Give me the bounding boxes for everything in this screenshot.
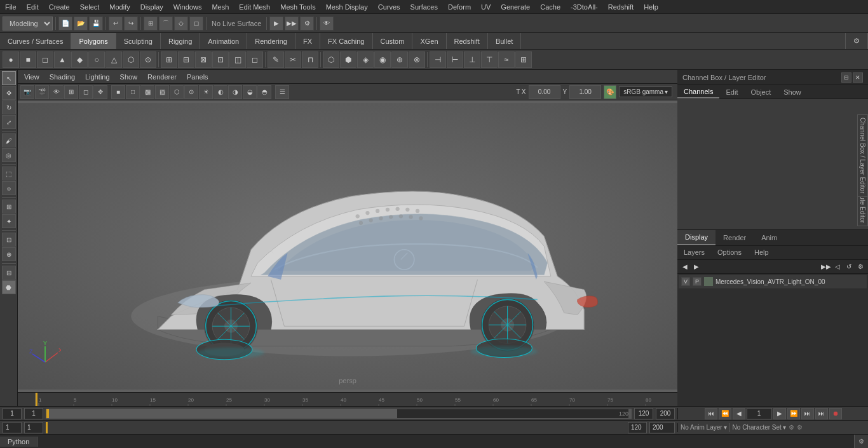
mesh3-icon-btn[interactable]: ⊡ — [212, 51, 229, 68]
snap-surface-btn[interactable]: ◻ — [189, 17, 203, 31]
vp-manip-icon[interactable]: ✥ — [93, 85, 107, 99]
lo-help-tab[interactable]: Help — [748, 247, 775, 257]
menu-create[interactable]: Create — [44, 2, 75, 12]
pb-next-btn[interactable]: ⏩ — [787, 408, 800, 419]
vp-shading3-icon[interactable]: ▩ — [140, 85, 154, 99]
max-range-field[interactable]: 200 — [656, 408, 675, 419]
anim-settings-icon[interactable]: ⚙ — [789, 424, 794, 431]
retopo-icon-btn[interactable]: ⊞ — [515, 51, 532, 68]
mesh4-icon-btn[interactable]: ◫ — [229, 51, 246, 68]
layer-visibility-p[interactable]: P — [693, 277, 702, 286]
layer-row-mercedes[interactable]: V P Mercedes_Vision_AVTR_Light_ON_00 — [679, 275, 867, 289]
render-btn[interactable]: ▶ — [269, 17, 283, 31]
menu-modify[interactable]: Modify — [104, 2, 135, 12]
vp-panels-menu[interactable]: Panels — [183, 72, 212, 82]
menu-generate[interactable]: Generate — [496, 2, 535, 12]
torus-icon-btn[interactable]: ○ — [88, 51, 105, 68]
python-input[interactable] — [37, 435, 854, 449]
tab-settings-icon[interactable]: ⚙ — [845, 33, 868, 49]
tab-rendering[interactable]: Rendering — [247, 33, 295, 49]
move-tool-btn[interactable]: ✥ — [2, 86, 16, 100]
snap-togg-btn[interactable]: ⊡ — [2, 233, 16, 247]
vp-lighting-menu[interactable]: Lighting — [81, 72, 114, 82]
menu-surfaces[interactable]: Surfaces — [405, 2, 443, 12]
select-tool-btn[interactable]: ↖ — [2, 71, 16, 85]
anim-scrub-bar[interactable] — [46, 422, 625, 433]
pipe-icon-btn[interactable]: ⊙ — [140, 51, 156, 68]
menu-windows[interactable]: Windows — [168, 2, 207, 12]
range-start-field[interactable]: 1 — [24, 408, 43, 419]
menu-display[interactable]: Display — [135, 2, 168, 12]
vp-show-menu[interactable]: Show — [116, 72, 142, 82]
translate-x-field[interactable]: 0.00 — [529, 85, 560, 99]
maya-icon-btn[interactable]: ⬣ — [2, 280, 16, 294]
tab-xgen[interactable]: XGen — [412, 33, 446, 49]
undo-btn[interactable]: ↩ — [109, 17, 123, 31]
mesh8-icon-btn[interactable]: ◈ — [357, 51, 374, 68]
vp-camera-icon[interactable]: 📷 — [20, 85, 34, 99]
mesh6-icon-btn[interactable]: ⬡ — [323, 51, 339, 68]
cut-icon-btn[interactable]: ✂ — [285, 51, 301, 68]
diamond-icon-btn[interactable]: ◆ — [71, 51, 88, 68]
vp-renderer-menu[interactable]: Renderer — [144, 72, 180, 82]
cb-tab-show[interactable]: Show — [777, 86, 808, 98]
menu-uv[interactable]: UV — [476, 2, 496, 12]
vp-wire-icon[interactable]: ⬡ — [170, 85, 184, 99]
new-scene-btn[interactable]: 📄 — [58, 17, 72, 31]
mesh2-icon-btn[interactable]: ⊠ — [195, 51, 212, 68]
pb-record-btn[interactable]: ⏺ — [829, 408, 842, 419]
python-tab[interactable]: Python — [0, 437, 37, 447]
tab-bullet[interactable]: Bullet — [488, 33, 522, 49]
colorspace-btn[interactable]: 🎨 — [604, 85, 616, 99]
mesh5-icon-btn[interactable]: ◻ — [247, 51, 263, 68]
anim-start-field[interactable]: 1 — [24, 422, 43, 433]
menu-redshift[interactable]: Redshift — [603, 2, 639, 12]
layers-refresh-btn[interactable]: ↺ — [844, 261, 854, 271]
layers-list-btn[interactable]: ◁ — [832, 261, 843, 271]
layers-add-btn[interactable]: ▶▶ — [821, 261, 831, 271]
translate-y-field[interactable]: 1.00 — [569, 85, 601, 99]
pb-last-btn[interactable]: ⏭ — [815, 408, 828, 419]
tab-rigging[interactable]: Rigging — [161, 33, 200, 49]
menu-select[interactable]: Select — [75, 2, 105, 12]
anim-more-icon[interactable]: ⚙ — [797, 424, 803, 431]
current-frame-field[interactable]: 1 — [3, 408, 22, 419]
pivot-btn[interactable]: ✦ — [2, 214, 16, 228]
render-opts-btn[interactable]: ⚙ — [300, 17, 314, 31]
vp-hud-icon[interactable]: ☰ — [275, 85, 289, 99]
range-end-field[interactable]: 120 — [634, 408, 653, 419]
scale-tool-btn[interactable]: ⤢ — [2, 115, 16, 129]
tab-animation[interactable]: Animation — [200, 33, 247, 49]
layers-settings-btn[interactable]: ⚙ — [855, 261, 865, 271]
mode-dropdown[interactable]: Modeling — [3, 17, 53, 31]
fill-icon-btn[interactable]: ⊤ — [481, 51, 498, 68]
mesh7-icon-btn[interactable]: ⬢ — [340, 51, 356, 68]
pen-icon-btn[interactable]: ✎ — [268, 51, 284, 68]
paint-tool-btn[interactable]: 🖌 — [2, 133, 16, 147]
menu-deform[interactable]: Deform — [443, 2, 476, 12]
redo-btn[interactable]: ↪ — [124, 17, 138, 31]
tab-curves-surfaces[interactable]: Curves / Surfaces — [0, 33, 71, 49]
menu-help[interactable]: Help — [639, 2, 663, 12]
bridge-icon-btn[interactable]: ⊓ — [302, 51, 318, 68]
tab-redshift[interactable]: Redshift — [447, 33, 488, 49]
tab-polygons[interactable]: Polygons — [71, 33, 116, 49]
vp-tex-icon[interactable]: ⊙ — [184, 85, 198, 99]
channel-box-tab[interactable]: Channel Box / Layer Editor — [857, 114, 868, 197]
vp-grid-icon[interactable]: ⊞ — [64, 85, 78, 99]
dr-tab-anim[interactable]: Anim — [754, 230, 785, 245]
layer-visibility-v[interactable]: V — [681, 277, 690, 286]
render-seq-btn[interactable]: ▶▶ — [285, 17, 299, 31]
vp-shadow-icon[interactable]: ◐ — [214, 85, 227, 99]
timeline-range-bar[interactable]: 120 — [46, 409, 632, 419]
dr-tab-render[interactable]: Render — [715, 230, 754, 245]
pb-next-key-btn[interactable]: ⏭ — [801, 408, 814, 419]
pb-play-btn[interactable]: ▶ — [773, 408, 786, 419]
cube2-icon-btn[interactable]: ◻ — [37, 51, 53, 68]
timeline-ruler-area[interactable]: 1 5 10 15 20 — [36, 393, 677, 406]
tab-sculpting[interactable]: Sculpting — [116, 33, 161, 49]
menu-edit-mesh[interactable]: Edit Mesh — [234, 2, 275, 12]
mesh11-icon-btn[interactable]: ⊗ — [409, 51, 425, 68]
vp-shading-menu[interactable]: Shading — [46, 72, 79, 82]
lo-options-tab[interactable]: Options — [711, 247, 748, 257]
